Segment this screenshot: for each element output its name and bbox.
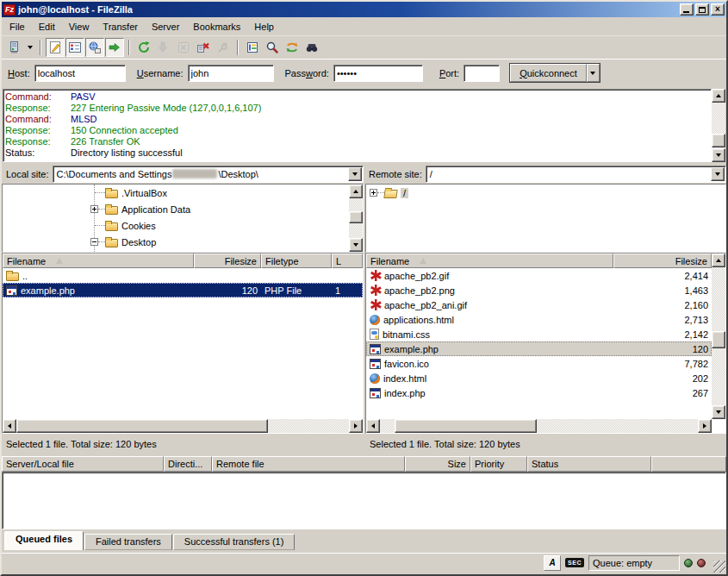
remote-site-dropdown[interactable] [711, 167, 725, 181]
file-row[interactable]: bitnami.css 2,142 [366, 327, 712, 341]
maximize-button[interactable] [695, 3, 709, 16]
local-site-bar: Local site: C:\Documents and Settings\De… [2, 165, 364, 183]
file-row[interactable]: favicon.ico 7,782 [366, 356, 712, 371]
queue-body [2, 472, 726, 529]
menu-file[interactable]: File [3, 19, 32, 34]
password-input[interactable] [333, 65, 423, 82]
scroll-up-button[interactable] [712, 254, 725, 267]
arrow-down-icon [716, 153, 721, 157]
synchronized-browsing-button[interactable] [283, 38, 302, 57]
expander-plus-icon[interactable] [90, 205, 98, 213]
scroll-left-button[interactable] [366, 419, 380, 433]
column-header-size[interactable]: Size [405, 456, 470, 472]
column-header-server-local-file[interactable]: Server/Local file [2, 456, 164, 472]
scroll-thumb[interactable] [16, 419, 268, 433]
scroll-left-button[interactable] [3, 419, 16, 433]
file-row[interactable]: apache_pb2.gif 2,414 [366, 268, 712, 283]
column-header-modified[interactable]: L [332, 254, 363, 268]
file-row-example-php[interactable]: example.php 120 PHP File 1 [3, 283, 363, 297]
scroll-thumb[interactable] [712, 134, 725, 147]
refresh-button[interactable] [134, 38, 153, 57]
local-list-hscrollbar[interactable] [3, 419, 363, 433]
column-header-direction[interactable]: Directi... [164, 456, 212, 472]
toggle-transfer-queue-button[interactable] [105, 38, 124, 57]
column-header-filename[interactable]: Filename [3, 254, 194, 268]
port-input[interactable] [464, 65, 500, 82]
column-header-priority[interactable]: Priority [470, 456, 527, 472]
status-bar: A SEC Queue: empty [2, 553, 726, 573]
directory-comparison-button[interactable] [263, 38, 282, 57]
local-site-dropdown[interactable] [348, 167, 362, 181]
file-row[interactable]: index.php 267 [366, 385, 712, 400]
column-header-filetype[interactable]: Filetype [261, 254, 332, 268]
tree-item-desktop[interactable]: Desktop [3, 234, 349, 250]
file-row[interactable]: apache_pb2.png 1,463 [366, 283, 712, 297]
close-button[interactable]: × [711, 3, 725, 16]
chevron-down-icon [352, 172, 358, 176]
scroll-thumb[interactable] [712, 331, 725, 348]
file-row[interactable]: index.html 202 [366, 371, 712, 385]
filter-icon [246, 41, 259, 54]
arrow-down-icon [353, 243, 358, 247]
tab-failed-transfers[interactable]: Failed transfers [84, 534, 172, 550]
site-manager-dropdown[interactable] [24, 38, 35, 57]
tree-item-label: Desktop [121, 237, 156, 247]
username-input[interactable] [188, 65, 274, 82]
toggle-local-tree-button[interactable] [65, 38, 84, 57]
minimize-button[interactable] [680, 3, 694, 16]
expander-minus-icon[interactable] [90, 238, 98, 246]
local-tree-scrollbar[interactable] [349, 185, 363, 252]
maximize-icon [699, 7, 706, 13]
resize-grip[interactable] [713, 560, 725, 573]
column-header-filesize[interactable]: Filesize [613, 254, 712, 268]
file-row-parent[interactable]: .. [3, 268, 363, 283]
file-row[interactable]: applications.html 2,713 [366, 312, 712, 327]
quickconnect-button[interactable]: Quickconnect [510, 64, 587, 82]
tab-queued-files[interactable]: Queued files [4, 531, 84, 550]
menu-help[interactable]: Help [247, 19, 281, 34]
column-header-remote-file[interactable]: Remote file [212, 456, 405, 472]
tab-successful-transfers[interactable]: Successful transfers (1) [173, 534, 296, 550]
disconnect-button[interactable] [194, 38, 213, 57]
local-site-combobox[interactable]: C:\Documents and Settings\Desktop\ [53, 166, 364, 183]
menu-transfer[interactable]: Transfer [96, 19, 145, 34]
column-header-filesize[interactable]: Filesize [194, 254, 261, 268]
log-scrollbar[interactable] [712, 89, 725, 162]
file-row[interactable]: apache_pb2_ani.gif 2,160 [366, 297, 712, 312]
site-manager-button[interactable] [4, 38, 23, 57]
scroll-right-button[interactable] [698, 419, 712, 433]
menu-bookmarks[interactable]: Bookmarks [186, 19, 247, 34]
encryption-badge[interactable]: SEC [565, 558, 584, 567]
remote-site-combobox[interactable]: / [426, 166, 726, 183]
tree-item-root[interactable]: / [366, 185, 725, 201]
message-log-icon [48, 41, 62, 54]
file-row-selected[interactable]: example.php 120 [366, 341, 712, 356]
remote-list-vscrollbar[interactable] [712, 254, 725, 419]
menu-view[interactable]: View [62, 19, 96, 34]
column-header-status[interactable]: Status [527, 456, 651, 472]
scroll-thumb[interactable] [349, 211, 363, 223]
menu-edit[interactable]: Edit [32, 19, 62, 34]
column-header-filename[interactable]: Filename [366, 254, 613, 268]
remote-list-hscrollbar[interactable] [366, 419, 712, 433]
tree-item-virtualbox[interactable]: .VirtualBox [3, 185, 349, 201]
scroll-thumb[interactable] [395, 419, 537, 433]
data-type-indicator[interactable]: A [544, 555, 561, 571]
scroll-down-button[interactable] [712, 148, 725, 162]
menu-server[interactable]: Server [145, 19, 186, 34]
scroll-up-button[interactable] [349, 185, 363, 198]
file-size: 2,160 [613, 297, 712, 312]
quickconnect-dropdown[interactable] [587, 64, 600, 82]
scroll-right-button[interactable] [349, 419, 363, 433]
toggle-remote-tree-button[interactable] [85, 38, 104, 57]
filter-button[interactable] [243, 38, 262, 57]
tree-item-cookies[interactable]: Cookies [3, 217, 349, 234]
find-files-button[interactable] [302, 38, 321, 57]
scroll-down-button[interactable] [712, 405, 725, 419]
host-input[interactable] [34, 65, 126, 82]
toggle-message-log-button[interactable] [46, 38, 65, 57]
tree-item-application-data[interactable]: Application Data [3, 201, 349, 217]
scroll-down-button[interactable] [349, 238, 363, 252]
expander-plus-icon[interactable] [370, 189, 377, 197]
scroll-up-button[interactable] [712, 89, 725, 103]
